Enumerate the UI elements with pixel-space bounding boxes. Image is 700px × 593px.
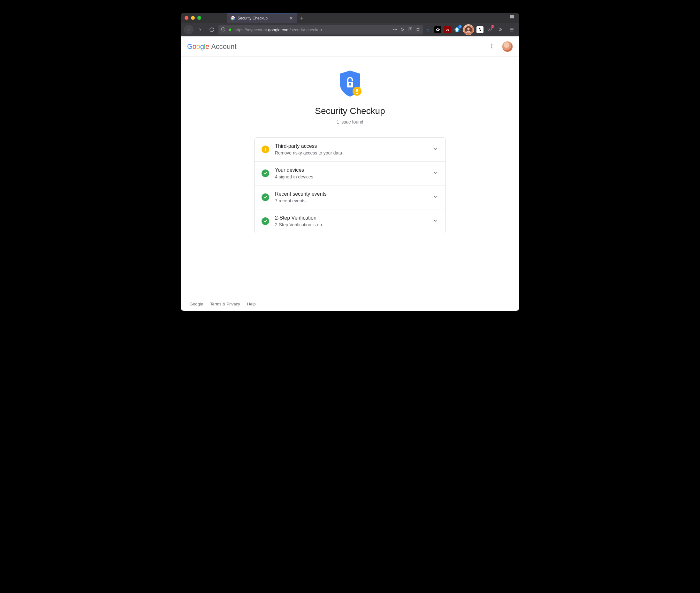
browser-window: Security Checkup ✕ ＋ bbox=[181, 13, 519, 311]
footer: Google Terms & Privacy Help bbox=[181, 297, 519, 311]
svg-point-4 bbox=[403, 29, 404, 29]
page-subtitle: 1 issue found bbox=[337, 119, 363, 124]
extension-badge-red: 0 bbox=[491, 25, 494, 28]
card-third-party-access[interactable]: Third-party access Remove risky access t… bbox=[255, 137, 445, 161]
url-bar[interactable]: https://myaccount.google.com/security-ch… bbox=[218, 25, 423, 35]
svg-point-9 bbox=[491, 43, 492, 44]
extension-profile-icon[interactable] bbox=[463, 24, 474, 35]
google-account-logo[interactable]: Google Account bbox=[187, 42, 236, 51]
card-title: Third-party access bbox=[275, 143, 426, 149]
tree-style-tab-icon[interactable] bbox=[400, 27, 405, 33]
new-tab-button[interactable]: ＋ bbox=[297, 13, 306, 23]
card-your-devices[interactable]: Your devices 4 signed-in devices bbox=[255, 161, 445, 185]
card-text: 2-Step Verification 2-Step Verification … bbox=[275, 215, 426, 227]
url-text: https://myaccount.google.com/security-ch… bbox=[234, 28, 390, 32]
tab-favicon-google-icon bbox=[230, 16, 235, 21]
chevron-down-icon bbox=[432, 193, 438, 201]
google-logo-text: Google bbox=[187, 42, 209, 51]
svg-point-19 bbox=[265, 150, 266, 151]
titlebar-right bbox=[509, 14, 519, 22]
svg-point-2 bbox=[401, 28, 402, 28]
site-info-icon[interactable] bbox=[221, 27, 225, 33]
svg-point-17 bbox=[356, 93, 358, 94]
url-host: google.com bbox=[268, 28, 290, 32]
footer-link-terms[interactable]: Terms & Privacy bbox=[210, 302, 240, 306]
card-subtitle: 2-Step Verification is on bbox=[275, 222, 426, 227]
reader-mode-icon[interactable] bbox=[408, 27, 413, 33]
card-text: Recent security events 7 recent events bbox=[275, 191, 426, 203]
extension-ublock-icon[interactable]: uo bbox=[444, 26, 451, 33]
svg-point-10 bbox=[491, 45, 492, 46]
browser-toolbar: https://myaccount.google.com/security-ch… bbox=[181, 23, 519, 36]
shield-lock-warning-icon bbox=[337, 70, 363, 100]
extension-icons: uo 2 N 0 bbox=[425, 24, 516, 35]
window-controls bbox=[181, 16, 201, 20]
card-recent-security-events[interactable]: Recent security events 7 recent events bbox=[255, 185, 445, 209]
svg-rect-16 bbox=[356, 89, 358, 92]
minimize-window-button[interactable] bbox=[191, 16, 195, 20]
card-title: Recent security events bbox=[275, 191, 426, 197]
svg-point-8 bbox=[467, 28, 470, 30]
forward-button[interactable] bbox=[195, 25, 205, 35]
footer-link-help[interactable]: Help bbox=[247, 302, 256, 306]
screenshot-indicator-icon bbox=[509, 14, 515, 22]
tab-title: Security Checkup bbox=[237, 16, 268, 21]
extension-dark-eye-icon[interactable] bbox=[434, 26, 441, 33]
titlebar: Security Checkup ✕ ＋ bbox=[181, 13, 519, 23]
page-actions-icon[interactable]: ••• bbox=[393, 28, 397, 32]
lock-icon bbox=[228, 28, 232, 32]
extension-notion-icon[interactable]: N bbox=[476, 26, 483, 33]
svg-point-3 bbox=[401, 30, 402, 31]
maximize-window-button[interactable] bbox=[197, 16, 201, 20]
url-prefix: https://myaccount. bbox=[234, 28, 268, 32]
svg-point-11 bbox=[491, 47, 492, 48]
chevron-down-icon bbox=[432, 218, 438, 225]
close-window-button[interactable] bbox=[185, 16, 188, 20]
tabstrip: Security Checkup ✕ ＋ bbox=[227, 13, 306, 23]
url-path: /security-checkup bbox=[290, 28, 322, 32]
account-label: Account bbox=[211, 42, 236, 51]
card-text: Your devices 4 signed-in devices bbox=[275, 167, 426, 180]
extension-badge-count: 2 bbox=[458, 25, 462, 28]
warning-icon bbox=[262, 146, 269, 153]
header-right bbox=[489, 41, 513, 52]
page-content: Google Account bbox=[181, 36, 519, 311]
card-title: Your devices bbox=[275, 167, 426, 173]
card-subtitle: Remove risky access to your data bbox=[275, 150, 426, 155]
card-text: Third-party access Remove risky access t… bbox=[275, 143, 426, 155]
card-title: 2-Step Verification bbox=[275, 215, 426, 221]
check-icon bbox=[262, 193, 269, 201]
card-2-step-verification[interactable]: 2-Step Verification 2-Step Verification … bbox=[255, 209, 445, 233]
downloads-icon[interactable] bbox=[425, 26, 432, 33]
bookmark-star-icon[interactable] bbox=[416, 27, 420, 33]
chevron-down-icon bbox=[432, 169, 438, 177]
chevron-down-icon bbox=[432, 146, 438, 153]
check-icon bbox=[262, 169, 269, 177]
extension-save-pocket-icon[interactable]: 0 bbox=[486, 26, 493, 33]
checkup-cards: Third-party access Remove risky access t… bbox=[254, 137, 446, 233]
browser-tab-active[interactable]: Security Checkup ✕ bbox=[227, 13, 297, 23]
footer-link-google[interactable]: Google bbox=[190, 302, 203, 306]
user-avatar[interactable] bbox=[502, 41, 513, 52]
card-subtitle: 4 signed-in devices bbox=[275, 174, 426, 180]
toolbar-overflow-icon[interactable] bbox=[495, 27, 505, 32]
tab-close-icon[interactable]: ✕ bbox=[289, 16, 293, 21]
hero: Security Checkup 1 issue found bbox=[315, 70, 385, 124]
check-icon bbox=[262, 218, 269, 225]
card-subtitle: 7 recent events bbox=[275, 198, 426, 203]
svg-rect-18 bbox=[265, 148, 266, 150]
main: Security Checkup 1 issue found Third-par… bbox=[181, 57, 519, 297]
svg-rect-14 bbox=[350, 84, 351, 86]
reload-button[interactable] bbox=[207, 25, 217, 35]
extension-globe-icon[interactable]: 2 bbox=[453, 26, 460, 33]
google-account-header: Google Account bbox=[181, 36, 519, 57]
back-button[interactable] bbox=[184, 25, 193, 35]
url-actions: ••• bbox=[393, 27, 420, 33]
page-title: Security Checkup bbox=[315, 106, 385, 116]
more-options-icon[interactable] bbox=[489, 43, 495, 50]
hamburger-menu-icon[interactable] bbox=[507, 27, 516, 33]
